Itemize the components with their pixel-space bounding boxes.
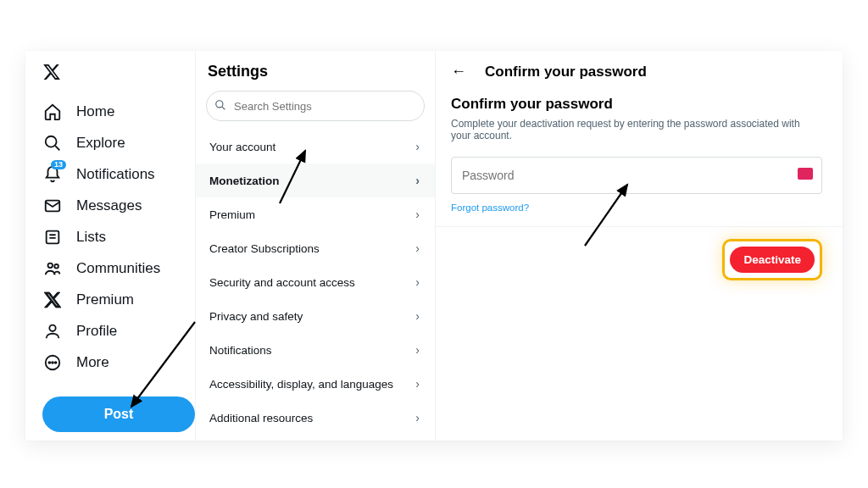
chevron-right-icon: › [415,343,420,357]
chevron-right-icon: › [415,174,420,187]
nav-profile[interactable]: Profile [42,321,186,341]
nav-label: Profile [76,323,117,340]
deactivate-button[interactable]: Deactivate [730,247,815,273]
nav-home[interactable]: Home [42,102,186,122]
settings-item-label: Your account [209,141,275,153]
svg-point-4 [54,264,58,269]
settings-item-creator-subscriptions[interactable]: Creator Subscriptions › [196,231,435,265]
nav: Home Explore 13 Notifications Messages L… [42,102,186,373]
nav-label: Home [76,103,114,120]
svg-point-0 [46,136,57,147]
action-row: Deactivate [451,227,822,280]
deactivate-highlight: Deactivate [722,239,822,280]
nav-lists[interactable]: Lists [42,227,186,247]
nav-label: Lists [76,229,106,246]
settings-item-monetization[interactable]: Monetization › [196,164,435,197]
profile-icon [42,321,63,341]
svg-point-7 [48,362,50,363]
mail-icon [42,196,63,216]
search-icon [42,133,63,153]
nav-explore[interactable]: Explore [42,133,186,153]
chevron-right-icon: › [415,275,420,289]
password-manager-icon[interactable] [798,168,813,180]
nav-label: Messages [76,197,142,214]
search-icon [214,99,226,111]
nav-more[interactable]: More [42,352,186,373]
more-icon [42,352,63,373]
x-logo-icon[interactable] [42,63,186,85]
svg-point-9 [55,362,57,363]
svg-point-5 [49,325,55,331]
communities-icon [42,258,63,279]
chevron-right-icon: › [415,140,420,153]
x-icon [42,290,63,310]
nav-label: Explore [76,135,125,152]
settings-item-label: Security and account access [209,276,355,289]
detail-helper-text: Complete your deactivation request by en… [451,118,822,141]
svg-point-3 [48,263,53,269]
back-arrow-icon[interactable]: ← [451,63,466,80]
chevron-right-icon: › [415,309,420,323]
settings-item-notifications[interactable]: Notifications › [196,333,435,367]
detail-subtitle: Confirm your password [451,96,822,113]
settings-item-label: Privacy and safety [209,310,303,323]
notification-badge: 13 [51,160,66,169]
nav-messages[interactable]: Messages [42,196,186,216]
detail-header-title: Confirm your password [485,64,647,80]
sidebar: Home Explore 13 Notifications Messages L… [25,51,195,441]
settings-item-label: Premium [209,208,255,221]
settings-item-label: Additional resources [209,412,313,424]
nav-label: Notifications [76,166,155,183]
list-icon [42,227,63,247]
chevron-right-icon: › [415,411,420,424]
nav-communities[interactable]: Communities [42,258,186,279]
svg-point-8 [52,362,53,363]
bell-icon: 13 [42,164,63,185]
nav-label: Communities [76,260,160,277]
settings-item-additional[interactable]: Additional resources › [196,401,435,435]
nav-notifications[interactable]: 13 Notifications [42,164,186,185]
nav-label: Premium [76,291,134,308]
settings-search-wrap [196,91,435,130]
chevron-right-icon: › [415,208,420,221]
settings-item-label: Notifications [209,344,272,357]
post-button[interactable]: Post [42,396,195,432]
svg-point-10 [216,101,223,108]
settings-search-input[interactable] [206,91,425,121]
password-field-wrap [451,157,822,194]
settings-item-label: Monetization [209,175,280,187]
settings-item-premium[interactable]: Premium › [196,197,435,231]
chevron-right-icon: › [415,377,420,391]
settings-item-security[interactable]: Security and account access › [196,265,435,299]
detail-pane: ← Confirm your password Confirm your pas… [436,51,843,441]
settings-item-label: Accessibility, display, and languages [209,378,393,391]
settings-item-accessibility[interactable]: Accessibility, display, and languages › [196,367,435,401]
settings-title: Settings [196,63,435,91]
nav-label: More [76,354,109,371]
detail-header: ← Confirm your password [451,63,822,80]
nav-premium[interactable]: Premium [42,290,186,310]
password-input[interactable] [462,169,811,182]
home-icon [42,102,63,122]
settings-item-privacy[interactable]: Privacy and safety › [196,299,435,333]
settings-item-label: Creator Subscriptions [209,242,320,255]
settings-item-your-account[interactable]: Your account › [196,130,435,164]
chevron-right-icon: › [415,241,420,255]
forgot-password-link[interactable]: Forgot password? [451,202,529,213]
settings-column: Settings Your account › Monetization › P… [195,51,436,441]
